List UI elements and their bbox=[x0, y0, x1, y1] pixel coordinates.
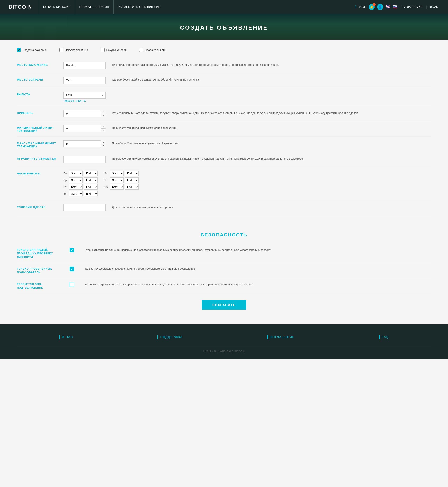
meeting-place-hint: Где вам будет удобнее осуществлять обмен… bbox=[106, 77, 431, 82]
min-limit-row: МИНИМАЛЬНЫЙ ЛИМИТ ТРАНЗАКЦИЙ ▲ ▼ По выбо… bbox=[17, 121, 431, 137]
hours-grid: Пн Start End Вт Start End Ср Start End Ч… bbox=[64, 171, 139, 196]
footer-faq[interactable]: FAQ bbox=[379, 335, 389, 339]
sell-local-input[interactable] bbox=[17, 48, 21, 52]
max-limit-input[interactable] bbox=[64, 140, 106, 147]
max-limit-up-btn[interactable]: ▲ bbox=[101, 140, 106, 144]
currency-select[interactable]: USD EUR RUB BTC bbox=[64, 92, 106, 98]
checkbox-buy-local[interactable]: Покупка локально bbox=[59, 48, 88, 52]
hours-row-mon-tue: Пн Start End Вт Start End bbox=[64, 171, 139, 176]
security-verified-label: ТОЛЬКО ПРОВЕРЕННЫЕ ПОЛЬЗОВАТЕЛИ bbox=[17, 267, 64, 274]
flag-uk[interactable]: 🇬🇧 bbox=[386, 5, 390, 9]
sell-online-input[interactable] bbox=[139, 48, 143, 52]
currency-rate: 16600.01 USD/BTC bbox=[64, 99, 106, 102]
min-limit-up-btn[interactable]: ▲ bbox=[101, 125, 106, 129]
limit-amounts-hint: По выбору. Ограничьте суммы сделки до оп… bbox=[106, 156, 431, 161]
user-avatar-button[interactable]: 👤 bbox=[377, 4, 383, 10]
currency-label: ВАЛЮТА bbox=[17, 92, 64, 96]
profit-label: ПРИБЫЛЬ bbox=[17, 110, 64, 115]
location-label: МЕСТОПОЛОЖЕНИЕ bbox=[17, 62, 64, 66]
min-limit-hint: По выбору. Минимальная сумма одной транз… bbox=[106, 125, 431, 130]
save-button[interactable]: СОХРАНИТЬ bbox=[202, 300, 246, 309]
deal-conditions-hint: Дополнительная информация о вашей торгов… bbox=[106, 204, 431, 209]
security-section: БЕЗОПАСНОСТЬ ТОЛЬКО ДЛЯ ЛЮДЕЙ, ПРОШЕДШИХ… bbox=[0, 224, 448, 325]
min-limit-input[interactable] bbox=[64, 125, 106, 132]
thu-end-select[interactable]: End bbox=[125, 178, 139, 183]
meeting-place-row: МЕСТО ВСТРЕЧИ Где вам будет удобнее осущ… bbox=[17, 73, 431, 88]
sun-start-select[interactable]: Start bbox=[69, 191, 83, 196]
day-mon: Пн bbox=[64, 172, 68, 175]
flag-ru[interactable]: 🇷🇺 bbox=[393, 5, 398, 9]
wed-start-select[interactable]: Start bbox=[69, 178, 83, 183]
buy-local-label: Покупка локально bbox=[65, 49, 88, 52]
nav-sell-bitcoin[interactable]: ПРОДАТЬ БИТКОИН bbox=[75, 0, 113, 14]
currency-select-wrapper: USD EUR RUB BTC bbox=[64, 92, 106, 98]
max-limit-hint: По выбору. Максимальная сумма одной тран… bbox=[106, 140, 431, 146]
footer-agreement[interactable]: СОГЛАШЕНИЕ bbox=[267, 335, 295, 339]
max-limit-spinner: ▲ ▼ bbox=[64, 140, 106, 147]
fri-end-select[interactable]: End bbox=[84, 184, 98, 190]
security-identity-checkbox[interactable]: ✓ bbox=[70, 248, 74, 252]
copyright: © 2017 - BUY AND SALE BITCOIN bbox=[17, 346, 431, 352]
buy-online-label: Покупка онлайн bbox=[106, 49, 127, 52]
checkbox-sell-online[interactable]: Продажа онлайн bbox=[139, 48, 166, 52]
save-btn-row: СОХРАНИТЬ bbox=[17, 294, 431, 316]
register-link[interactable]: РЕГИСТРАЦИЯ bbox=[400, 5, 424, 9]
limit-amounts-label: ОГРАНИЧИТЬ СУММЫ ДО bbox=[17, 156, 64, 160]
profit-down-btn[interactable]: ▼ bbox=[101, 114, 106, 117]
fri-start-select[interactable]: Start bbox=[69, 184, 83, 190]
footer-about[interactable]: О НАС bbox=[59, 335, 73, 339]
header: BITCOIN КУПИТЬ БИТКОИН ПРОДАТЬ БИТКОИН Р… bbox=[0, 0, 448, 14]
login-link[interactable]: ВХОД bbox=[429, 5, 440, 9]
mon-end-select[interactable]: End bbox=[84, 171, 98, 176]
footer: О НАС ПОДДЕРЖКА СОГЛАШЕНИЕ FAQ © 2017 - … bbox=[0, 325, 448, 359]
profit-input[interactable] bbox=[64, 110, 106, 117]
security-identity-hint: Чтобы ответить на ваше объявление, польз… bbox=[80, 248, 431, 252]
deal-conditions-input[interactable] bbox=[64, 204, 106, 211]
security-sms-checkbox[interactable]: ✓ bbox=[70, 282, 74, 287]
meeting-place-input[interactable] bbox=[64, 77, 106, 84]
footer-support[interactable]: ПОДДЕРЖКА bbox=[157, 335, 183, 339]
limit-amounts-input[interactable] bbox=[64, 156, 106, 163]
hours-hint bbox=[139, 171, 431, 171]
main-nav: КУПИТЬ БИТКОИН ПРОДАТЬ БИТКОИН РАЗМЕСТИТ… bbox=[39, 0, 355, 14]
location-input[interactable] bbox=[64, 62, 106, 69]
buy-online-input[interactable] bbox=[101, 48, 104, 52]
currency-row: ВАЛЮТА USD EUR RUB BTC 16600.01 USD/BTC bbox=[17, 88, 431, 106]
hours-row-wed-thu: Ср Start End Чт Start End bbox=[64, 178, 139, 183]
profit-up-btn[interactable]: ▲ bbox=[101, 110, 106, 114]
location-row: МЕСТОПОЛОЖЕНИЕ Для онлайн-торговли вам н… bbox=[17, 58, 431, 73]
max-limit-down-btn[interactable]: ▼ bbox=[101, 144, 106, 147]
min-limit-down-btn[interactable]: ▼ bbox=[101, 129, 106, 132]
day-tue: Вт bbox=[104, 172, 109, 175]
security-sms-hint: Установите ограничение, при котором ваше… bbox=[80, 282, 431, 286]
hours-row-fri-sat: Пт Start End Сб Start End bbox=[64, 184, 139, 190]
checkbox-buy-online[interactable]: Покупка онлайн bbox=[101, 48, 127, 52]
day-sun: Вс bbox=[64, 192, 68, 195]
hours-row-sun: Вс Start End bbox=[64, 191, 139, 196]
mon-start-select[interactable]: Start bbox=[69, 171, 83, 176]
sat-start-select[interactable]: Start bbox=[110, 184, 124, 190]
checkbox-sell-local[interactable]: Продажа локально bbox=[17, 48, 47, 52]
wed-end-select[interactable]: End bbox=[84, 178, 98, 183]
nav-place-ad[interactable]: РАЗМЕСТИТЬ ОБЪЯВЛЕНИЕ bbox=[113, 0, 165, 14]
min-limit-label: МИНИМАЛЬНЫЙ ЛИМИТ ТРАНЗАКЦИЙ bbox=[17, 125, 64, 133]
page-title: СОЗДАТЬ ОБЪЯВЛЕНИЕ bbox=[0, 24, 448, 31]
security-verified-hint: Только пользователи с проверенным номеро… bbox=[80, 267, 431, 271]
sat-end-select[interactable]: End bbox=[125, 184, 139, 190]
footer-nav: О НАС ПОДДЕРЖКА СОГЛАШЕНИЕ FAQ bbox=[17, 335, 431, 339]
nav-buy-bitcoin[interactable]: КУПИТЬ БИТКОИН bbox=[39, 0, 75, 14]
hero-section: СОЗДАТЬ ОБЪЯВЛЕНИЕ bbox=[0, 14, 448, 40]
location-hint: Для онлайн-торговли вам необходимо указа… bbox=[106, 62, 431, 67]
notifications-button[interactable]: 🔔 1 bbox=[369, 4, 375, 10]
security-verified-checkbox[interactable]: ✓ bbox=[70, 267, 74, 271]
hours-label: ЧАСЫ РАБОТЫ bbox=[17, 171, 64, 175]
logo: BITCOIN bbox=[8, 4, 32, 10]
buy-local-input[interactable] bbox=[59, 48, 63, 52]
tue-end-select[interactable]: End bbox=[125, 171, 139, 176]
thu-start-select[interactable]: Start bbox=[110, 178, 124, 183]
security-sms-row: ТРЕБУЕТСЯ SMS-ПОДТВЕРЖДЕНИЕ ✓ Установите… bbox=[17, 278, 431, 294]
sun-end-select[interactable]: End bbox=[84, 191, 98, 196]
balance-display: ₿ 02,835 bbox=[355, 5, 366, 8]
security-identity-row: ТОЛЬКО ДЛЯ ЛЮДЕЙ, ПРОШЕДШИХ ПРОВЕРКУ ЛИЧ… bbox=[17, 244, 431, 263]
tue-start-select[interactable]: Start bbox=[110, 171, 124, 176]
